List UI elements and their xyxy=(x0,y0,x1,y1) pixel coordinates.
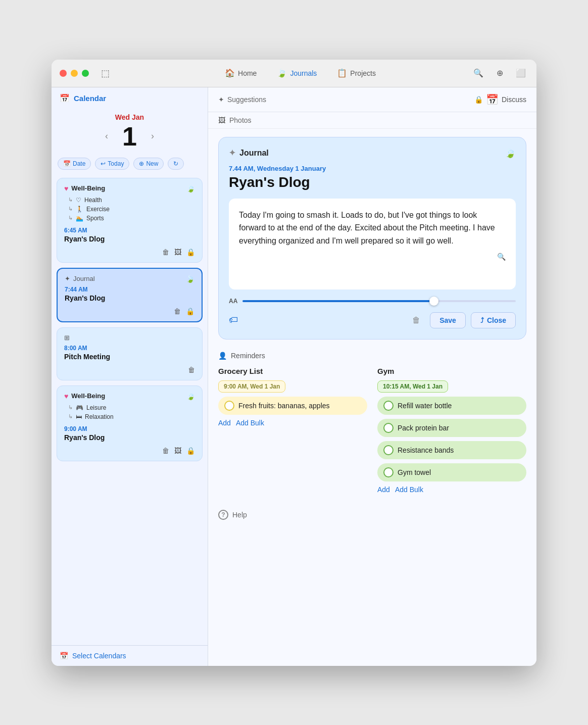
card-lock-btn-2[interactable]: 🔒 xyxy=(186,307,194,315)
leaf-icon-1: 🍃 xyxy=(186,184,195,192)
card-image-btn-1[interactable]: 🖼 xyxy=(174,248,181,256)
minimize-button[interactable] xyxy=(71,70,78,77)
lock-icon: 🔒 xyxy=(474,95,483,104)
card-lock-btn-1[interactable]: 🔒 xyxy=(186,248,195,256)
refresh-toolbar-button[interactable]: ↻ xyxy=(168,158,184,170)
card-header-wellbeing2: ♥ Well-Being 🍃 xyxy=(64,392,195,400)
grocery-time-badge: 9:00 AM, Wed 1 Jan xyxy=(218,380,285,393)
tab-home-label: Home xyxy=(238,69,257,77)
card-trash-btn-1[interactable]: 🗑 xyxy=(162,248,169,256)
gym-item-2[interactable]: Pack protein bar xyxy=(377,419,526,437)
journal-entry-body[interactable]: Today I'm going to smash it. Loads to do… xyxy=(229,199,516,289)
journal-card-header: ✦ Journal 🍃 xyxy=(229,148,516,159)
gym-item-1[interactable]: Refill water bottle xyxy=(377,397,526,415)
date-toolbar-button[interactable]: 📅 Date xyxy=(58,158,91,170)
close-icon: ⤴ xyxy=(480,316,484,324)
close-button[interactable] xyxy=(60,70,67,77)
tab-projects[interactable]: 📋 Projects xyxy=(333,66,380,80)
card-title-2: Ryan's Dlog xyxy=(65,294,194,302)
journal-leaf-icon: 🍃 xyxy=(505,148,516,159)
card-title-4: Ryan's Dlog xyxy=(64,433,195,442)
journal-card: ✦ Journal 🍃 7.44 AM, Wednesday 1 January… xyxy=(218,137,526,340)
card-trash-btn-4[interactable]: 🗑 xyxy=(162,447,169,455)
gym-item-4[interactable]: Gym towel xyxy=(377,463,526,481)
fullscreen-button[interactable] xyxy=(82,70,89,77)
wellbeing-icon-2: ♥ xyxy=(64,392,68,400)
traffic-lights xyxy=(60,70,89,77)
help-row[interactable]: ? Help xyxy=(208,504,536,526)
font-size-label: AA xyxy=(229,298,237,305)
font-size-slider[interactable] xyxy=(242,300,516,302)
date-icon: 📅 xyxy=(63,160,71,167)
titlebar: ⬚ 🏠 Home 🍃 Journals 📋 Projects 🔍 ⊕ ⬜ xyxy=(52,60,536,87)
close-button-journal[interactable]: ⤴ Close xyxy=(471,312,516,328)
zoom-icon: 🔍 xyxy=(497,251,506,262)
date-nav-row: ‹ 1 › xyxy=(60,123,200,150)
split-view-button[interactable]: ⬜ xyxy=(513,66,528,81)
next-date-button[interactable]: › xyxy=(147,129,158,143)
leisure-label: Leisure xyxy=(86,404,106,411)
reminders-icon: 👤 xyxy=(218,352,227,360)
card-actions-2: 🗑 🔒 xyxy=(65,307,194,315)
search-button[interactable]: 🔍 xyxy=(471,66,486,81)
calendar-card-wellbeing2[interactable]: ♥ Well-Being 🍃 ↳ 🎮 Leisure ↳ xyxy=(57,385,203,461)
gym-checkbox-3[interactable] xyxy=(383,445,394,455)
tag-icon[interactable]: 🏷 xyxy=(229,315,238,325)
photos-row[interactable]: 🖼 Photos xyxy=(208,112,536,129)
gym-checkbox-4[interactable] xyxy=(383,467,394,477)
card-subcat-health: ↳ ♡ Health xyxy=(68,196,195,205)
journal-timestamp: 7.44 AM, Wednesday 1 January xyxy=(229,165,516,172)
today-icon: ↩ xyxy=(101,160,106,167)
font-size-row: AA xyxy=(229,298,516,305)
gym-checkbox-1[interactable] xyxy=(383,401,394,411)
grocery-item-1[interactable]: Fresh fruits: bananas, apples xyxy=(218,397,367,415)
calendar-icon: 📅 xyxy=(60,93,70,103)
card-trash-btn-2[interactable]: 🗑 xyxy=(174,307,181,315)
suggestions-label: Suggestions xyxy=(227,95,266,104)
calendar-card-pitch[interactable]: ⊞ 8:00 AM Pitch Meeting 🗑 xyxy=(57,327,203,380)
grocery-add-button[interactable]: Add xyxy=(218,419,231,427)
calendar-card-journal[interactable]: ✦ Journal 🍃 7:44 AM Ryan's Dlog 🗑 🔒 xyxy=(57,268,203,322)
calendar-card-wellbeing1[interactable]: ♥ Well-Being 🍃 ↳ ♡ Health ↳ � xyxy=(57,178,203,263)
grocery-add-bulk-button[interactable]: Add Bulk xyxy=(236,419,264,427)
tab-journals[interactable]: 🍃 Journals xyxy=(273,66,321,80)
grocery-checkbox-1[interactable] xyxy=(224,401,234,411)
gym-add-button[interactable]: Add xyxy=(377,486,390,494)
card-actions-1: 🗑 🖼 🔒 xyxy=(64,248,195,256)
journal-label-text: Journal xyxy=(239,149,269,158)
new-toolbar-button[interactable]: ⊕ New xyxy=(133,158,164,170)
prev-date-button[interactable]: ‹ xyxy=(101,129,112,143)
photos-label: Photos xyxy=(229,116,252,124)
card-time-2: 7:44 AM xyxy=(65,286,194,293)
journal-trash-button[interactable]: 🗑 xyxy=(408,312,425,329)
card-category-label: Well-Being xyxy=(71,184,105,192)
card-trash-btn-3[interactable]: 🗑 xyxy=(188,366,195,374)
leaf-icon-2: 🍃 xyxy=(186,275,194,283)
card-subcat-leisure: ↳ 🎮 Leisure xyxy=(68,403,195,412)
new-icon: ⊕ xyxy=(139,160,144,167)
add-button[interactable]: ⊕ xyxy=(492,66,507,81)
tab-projects-label: Projects xyxy=(350,69,376,77)
save-button[interactable]: Save xyxy=(430,312,466,328)
card-image-btn-2[interactable]: 🖼 xyxy=(174,447,181,455)
sidebar-toggle-icon[interactable]: ⬚ xyxy=(101,68,110,79)
sidebar-calendar-label: Calendar xyxy=(74,94,106,103)
sidebar-cards: ♥ Well-Being 🍃 ↳ ♡ Health ↳ � xyxy=(52,174,208,645)
projects-icon: 📋 xyxy=(337,68,347,78)
select-calendars-button[interactable]: 📅 Select Calendars xyxy=(60,652,200,660)
tab-home[interactable]: 🏠 Home xyxy=(221,66,261,80)
font-size-thumb[interactable] xyxy=(429,297,438,306)
gym-item-1-text: Refill water bottle xyxy=(398,402,452,410)
sparkle-icon-journal: ✦ xyxy=(229,148,235,158)
card-lock-btn-4[interactable]: 🔒 xyxy=(186,447,195,455)
reminders-label: Reminders xyxy=(231,352,265,360)
gym-checkbox-2[interactable] xyxy=(383,423,394,433)
gym-item-3[interactable]: Resistance bands xyxy=(377,441,526,459)
discuss-button[interactable]: 🔒 📅 Discuss xyxy=(474,93,526,106)
refresh-icon: ↻ xyxy=(173,160,178,167)
today-toolbar-button[interactable]: ↩ Today xyxy=(95,158,129,170)
gym-add-bulk-button[interactable]: Add Bulk xyxy=(395,486,423,494)
sidebar-footer: 📅 Select Calendars xyxy=(52,645,208,666)
suggestions-button[interactable]: ✦ Suggestions xyxy=(218,95,266,104)
gym-add-row: Add Add Bulk xyxy=(377,486,526,494)
